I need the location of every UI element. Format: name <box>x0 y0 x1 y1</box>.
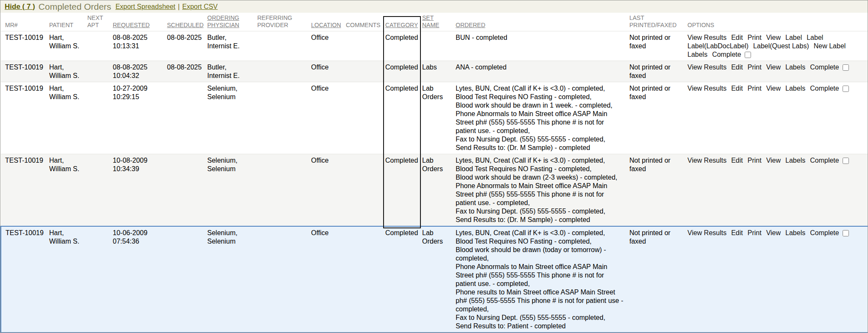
cell-next-apt <box>86 31 111 61</box>
order-row[interactable]: TEST-10019 Hart, William S. 10-08-2009 1… <box>1 154 868 227</box>
cell-mr: TEST-10019 <box>1 226 47 333</box>
cell-ordering-physician: Selenium, Selenium <box>206 226 256 333</box>
col-ordered[interactable]: ORDERED <box>454 13 628 31</box>
cell-referring-provider <box>256 226 309 333</box>
col-options: OPTIONS <box>686 13 868 31</box>
export-spreadsheet-link[interactable]: Export Spreadsheet <box>115 3 175 11</box>
option-link-view-results[interactable]: View Results <box>687 229 726 237</box>
col-set-name[interactable]: SET NAME <box>420 13 454 31</box>
cell-comments <box>344 226 384 333</box>
col-comments: COMMENTS <box>344 13 384 31</box>
option-link-view-results[interactable]: View Results <box>687 156 726 165</box>
cell-referring-provider <box>256 82 309 154</box>
cell-category: Completed <box>384 226 420 333</box>
cell-patient: Hart, William S. <box>47 154 86 227</box>
complete-checkbox[interactable] <box>843 64 849 71</box>
option-link-label-quest-labs-[interactable]: Label(Quest Labs) <box>753 42 809 50</box>
cell-comments <box>344 154 384 227</box>
option-link-labels[interactable]: Labels <box>687 50 707 59</box>
cell-last-printed: Not printed or faxed <box>628 226 686 333</box>
option-link-view[interactable]: View <box>766 33 781 42</box>
col-requested[interactable]: REQUESTED <box>111 13 165 31</box>
cell-mr: TEST-10019 <box>1 82 47 154</box>
option-link-new-label[interactable]: New Label <box>814 42 846 50</box>
option-link-label[interactable]: Label <box>807 33 823 42</box>
option-link-view[interactable]: View <box>766 229 781 237</box>
col-scheduled[interactable]: SCHEDULED <box>165 13 206 31</box>
col-category[interactable]: CATEGORY <box>384 13 420 31</box>
option-link-view[interactable]: View <box>766 84 781 93</box>
complete-checkbox[interactable] <box>843 86 849 92</box>
option-link-edit[interactable]: Edit <box>731 229 743 237</box>
cell-referring-provider <box>256 154 309 227</box>
option-link-view-results[interactable]: View Results <box>687 63 726 72</box>
cell-next-apt <box>86 226 111 333</box>
option-link-label[interactable]: Label <box>785 33 802 42</box>
option-link-label-labdoclabel-[interactable]: Label(LabDocLabel) <box>687 42 748 50</box>
cell-options: View ResultsEditPrintViewLabelsComplete <box>686 154 868 227</box>
cell-patient: Hart, William S. <box>47 61 86 82</box>
option-link-print[interactable]: Print <box>748 33 762 42</box>
option-link-view[interactable]: View <box>766 63 781 72</box>
option-link-print[interactable]: Print <box>748 63 762 72</box>
complete-label: Complete <box>810 229 839 237</box>
col-location[interactable]: LOCATION <box>309 13 344 31</box>
cell-category: Completed <box>384 31 420 61</box>
order-row[interactable]: TEST-10019 Hart, William S. 10-27-2009 1… <box>1 82 868 154</box>
cell-location: Office <box>309 82 344 154</box>
option-link-labels[interactable]: Labels <box>785 156 805 165</box>
cell-set-name: Lab Orders <box>420 226 454 333</box>
cell-ordering-physician: Selenium, Selenium <box>206 154 256 227</box>
export-csv-link[interactable]: Export CSV <box>182 3 218 11</box>
option-link-labels[interactable]: Labels <box>785 63 805 72</box>
cell-last-printed: Not printed or faxed <box>628 154 686 227</box>
cell-last-printed: Not printed or faxed <box>628 31 686 61</box>
option-link-print[interactable]: Print <box>748 156 762 165</box>
cell-ordering-physician: Butler, Internist E. <box>206 61 256 82</box>
complete-checkbox[interactable] <box>843 158 849 164</box>
option-link-edit[interactable]: Edit <box>731 63 743 72</box>
col-ordering-physician[interactable]: ORDERING PHYSICIAN <box>206 13 256 31</box>
option-link-view-results[interactable]: View Results <box>687 84 726 93</box>
cell-set-name: Lab Orders <box>420 154 454 227</box>
cell-location: Office <box>309 226 344 333</box>
complete-checkbox[interactable] <box>843 230 849 236</box>
cell-requested: 10-08-2009 10:34:39 <box>111 154 165 227</box>
cell-set-name: Lab Orders <box>420 82 454 154</box>
cell-scheduled: 08-08-2025 <box>165 61 206 82</box>
cell-comments <box>344 82 384 154</box>
order-row[interactable]: TEST-10019 Hart, William S. 08-08-2025 1… <box>1 61 868 82</box>
cell-mr: TEST-10019 <box>1 154 47 227</box>
order-row[interactable]: TEST-10019 Hart, William S. 10-06-2009 0… <box>1 226 868 333</box>
option-link-print[interactable]: Print <box>748 229 762 237</box>
cell-ordered: Lytes, BUN, Creat (Call if K+ is <3.0) -… <box>454 82 628 154</box>
col-last-printed-faxed: LAST PRINTED/FAXED <box>628 13 686 31</box>
cell-patient: Hart, William S. <box>47 31 86 61</box>
cell-next-apt <box>86 154 111 227</box>
export-divider: | <box>178 3 180 11</box>
complete-checkbox[interactable] <box>745 52 751 58</box>
cell-ordered: BUN - completed <box>454 31 628 61</box>
complete-label: Complete <box>712 50 741 59</box>
cell-ordered: Lytes, BUN, Creat (Call if K+ is <3.0) -… <box>454 154 628 227</box>
cell-comments <box>344 61 384 82</box>
option-link-labels[interactable]: Labels <box>785 84 805 93</box>
cell-last-printed: Not printed or faxed <box>628 61 686 82</box>
order-row[interactable]: TEST-10019 Hart, William S. 08-08-2025 1… <box>1 31 868 61</box>
option-link-edit[interactable]: Edit <box>731 156 743 165</box>
page-title: Completed Orders <box>39 2 111 12</box>
cell-ordering-physician: Butler, Internist E. <box>206 31 256 61</box>
option-link-view-results[interactable]: View Results <box>687 33 726 42</box>
cell-location: Office <box>309 61 344 82</box>
option-link-labels[interactable]: Labels <box>785 229 805 237</box>
option-link-edit[interactable]: Edit <box>731 33 743 42</box>
cell-last-printed: Not printed or faxed <box>628 82 686 154</box>
option-link-view[interactable]: View <box>766 156 781 165</box>
cell-scheduled <box>165 82 206 154</box>
hide-toggle-link[interactable]: Hide ( 7 ) <box>5 3 35 11</box>
cell-options: View ResultsEditPrintViewLabelsComplete <box>686 82 868 154</box>
col-mr: MR# <box>1 13 47 31</box>
cell-referring-provider <box>256 31 309 61</box>
option-link-print[interactable]: Print <box>748 84 762 93</box>
option-link-edit[interactable]: Edit <box>731 84 743 93</box>
